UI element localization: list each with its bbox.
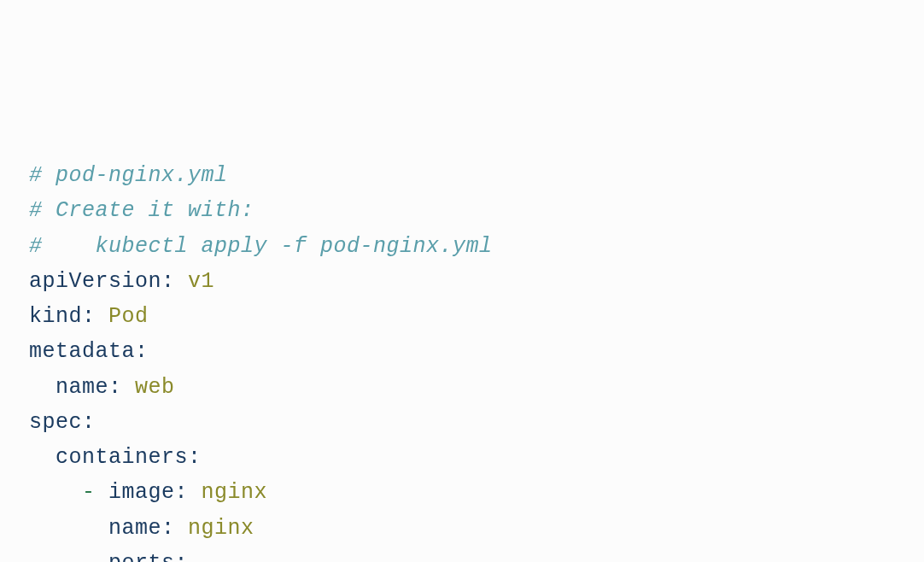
value-token: v1 (188, 269, 214, 294)
code-line: containers: (29, 440, 895, 475)
code-line: # Create it with: (29, 193, 895, 228)
value-token: nginx (202, 480, 268, 505)
whitespace-token (188, 480, 202, 505)
code-line: # kubectl apply -f pod-nginx.yml (29, 229, 895, 264)
code-line: name: web (29, 370, 895, 405)
key-token: ports: (108, 551, 188, 562)
key-token: containers: (56, 445, 202, 470)
key-token: kind: (29, 304, 96, 329)
key-token: spec: (29, 410, 96, 435)
whitespace-token (29, 516, 108, 541)
comment-token: # kubectl apply -f pod-nginx.yml (29, 234, 493, 259)
value-token: web (135, 375, 175, 400)
whitespace-token (29, 551, 108, 562)
key-token: metadata: (29, 339, 149, 364)
whitespace-token (29, 480, 82, 505)
key-token: name: (108, 516, 175, 541)
whitespace-token (175, 516, 189, 541)
code-line: kind: Pod (29, 299, 895, 334)
code-block: # pod-nginx.yml# Create it with:# kubect… (29, 158, 895, 562)
key-token: apiVersion: (29, 269, 175, 294)
whitespace-token (29, 375, 56, 400)
whitespace-token (122, 375, 136, 400)
value-token: nginx (188, 516, 254, 541)
whitespace-token (29, 445, 56, 470)
value-token: Pod (108, 304, 149, 329)
code-line: spec: (29, 405, 895, 440)
dash-token: - (82, 480, 96, 505)
comment-token: # Create it with: (29, 198, 254, 223)
code-line: ports: (29, 546, 895, 562)
whitespace-token (175, 269, 189, 294)
key-token: name: (56, 375, 122, 400)
whitespace-token (96, 304, 109, 329)
whitespace-token (96, 480, 109, 505)
code-line: apiVersion: v1 (29, 264, 895, 299)
comment-token: # pod-nginx.yml (29, 163, 228, 188)
key-token: image: (108, 480, 188, 505)
code-line: name: nginx (29, 511, 895, 546)
code-line: # pod-nginx.yml (29, 158, 895, 193)
code-line: metadata: (29, 334, 895, 369)
code-line: - image: nginx (29, 475, 895, 510)
